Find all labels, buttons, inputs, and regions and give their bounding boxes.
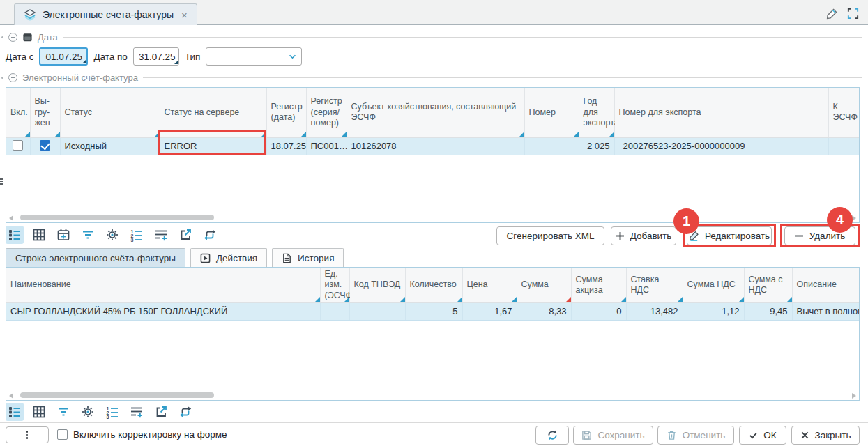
col-export-year[interactable]: Год для экспорта <box>579 88 614 137</box>
adjustment-checkbox-label: Включить корректировку на форме <box>73 429 227 440</box>
price-cell: 1,67 <box>462 302 517 320</box>
number-cell <box>524 137 579 155</box>
add-rows-icon[interactable] <box>128 403 146 421</box>
grid-view-icon[interactable] <box>30 226 48 244</box>
invoice-group-label: Электронный счёт-фактура <box>22 72 138 83</box>
col-unit[interactable]: Ед. изм. (ЭСЧФ) <box>320 268 349 302</box>
close-button[interactable]: Закрыть <box>791 426 860 445</box>
add-rows-icon[interactable] <box>152 226 170 244</box>
col-price[interactable]: Цена <box>462 268 517 302</box>
col-included[interactable]: Вкл. <box>6 88 30 137</box>
subject-cell: 101262078 <box>347 137 524 155</box>
scroll-right-icon[interactable] <box>852 393 856 399</box>
save-button[interactable]: Сохранить <box>573 426 653 445</box>
filter-icon[interactable] <box>79 226 97 244</box>
date-section-icon <box>22 32 33 43</box>
status-cell: Исходный <box>60 137 160 155</box>
col-export-number[interactable]: Номер для экспорта <box>614 88 828 137</box>
open-external-icon[interactable] <box>176 226 195 244</box>
tab-close-icon[interactable]: × <box>181 9 188 21</box>
gear-icon[interactable] <box>103 226 121 244</box>
uploaded-checkbox[interactable] <box>40 140 50 151</box>
collapse-icon[interactable] <box>8 33 17 42</box>
invoices-hscrollbar[interactable] <box>6 214 859 221</box>
gear-icon[interactable] <box>79 403 97 421</box>
tab-title: Электронные счета-фактуры <box>43 9 174 20</box>
description-cell[interactable]: Вычет в полном <box>792 302 860 320</box>
generate-xml-button[interactable]: Сгенерировать XML <box>496 226 604 245</box>
included-checkbox[interactable] <box>13 140 23 151</box>
filter-row: Дата с 01.07.25 Дата по 31.07.25 Тип <box>6 47 302 66</box>
calendar-icon[interactable] <box>54 226 73 244</box>
type-label: Тип <box>185 52 201 62</box>
col-quantity[interactable]: Количество <box>405 268 462 302</box>
repeat-icon[interactable] <box>176 403 195 421</box>
footer-bar: Включить корректировку на форме Сохранит… <box>0 422 868 446</box>
col-tnved[interactable]: Код ТНВЭД <box>349 268 405 302</box>
add-button[interactable]: Добавить <box>611 226 676 245</box>
col-subject[interactable]: Субъект хозяйствования, составляющий ЭСЧ… <box>347 88 524 137</box>
numbered-list-icon[interactable]: 123 <box>103 403 121 421</box>
ok-button[interactable]: ОК <box>739 426 786 445</box>
detail-table: Наименование Ед. изм. (ЭСЧФ) Код ТНВЭД К… <box>6 267 860 401</box>
list-view-icon[interactable] <box>6 226 24 244</box>
filter-icon[interactable] <box>54 403 73 421</box>
detail-row[interactable]: СЫР ГОЛЛАНДСКИЙ 45% РБ 150Г ГОЛЛАНДСКИЙ … <box>6 302 860 320</box>
col-name[interactable]: Наименование <box>6 268 320 302</box>
trash-icon <box>667 430 677 440</box>
date-from-input[interactable]: 01.07.25 <box>39 47 88 66</box>
col-excise[interactable]: Сумма акциза <box>571 268 626 302</box>
col-register-date[interactable]: Регистр (дата) <box>266 88 306 137</box>
invoices-toolbar: 123 <box>6 226 219 244</box>
col-amount[interactable]: Сумма <box>517 268 571 302</box>
adjustment-checkbox[interactable] <box>57 429 68 440</box>
type-select[interactable] <box>206 47 302 66</box>
repeat-icon[interactable] <box>201 226 219 244</box>
tab-invoice-line[interactable]: Строка электронного счёта-фактуры <box>6 248 185 267</box>
close-icon <box>800 431 809 440</box>
detail-hscrollbar[interactable] <box>6 392 859 399</box>
col-status[interactable]: Статус <box>60 88 160 137</box>
cancel-button[interactable]: Отменить <box>657 426 734 445</box>
excise-cell: 0 <box>571 302 626 320</box>
more-options-button[interactable] <box>6 426 49 443</box>
document-tabbar: Электронные счета-фактуры × <box>0 0 868 25</box>
tab-actions[interactable]: Действия <box>190 248 267 267</box>
error-annotation-box <box>158 130 266 155</box>
date-group-header: Дата <box>0 31 868 43</box>
to-eschf-cell <box>828 137 860 155</box>
vat-amount-cell: 1,12 <box>683 302 744 320</box>
numbered-list-icon[interactable]: 123 <box>128 226 146 244</box>
refresh-button[interactable] <box>535 426 569 445</box>
splitter-handle[interactable] <box>0 178 5 185</box>
edit-form-icon[interactable] <box>825 7 839 20</box>
col-vat-rate[interactable]: Ставка НДС <box>626 268 683 302</box>
col-vat-amount[interactable]: Сумма НДС <box>683 268 744 302</box>
refresh-icon <box>547 429 558 441</box>
col-register-series[interactable]: Регистр (серия/номер) <box>306 88 347 137</box>
col-uploaded[interactable]: Вы-гру-жен <box>30 88 60 137</box>
scroll-left-icon[interactable] <box>9 393 13 399</box>
invoices-table: Вкл. Вы-гру-жен Статус Статус на сервере… <box>6 87 860 223</box>
play-square-icon <box>200 253 211 263</box>
invoice-row[interactable]: Исходный ERROR 18.07.25 ПС001… 101262078… <box>6 137 860 155</box>
plus-icon <box>616 231 625 240</box>
collapse-icon[interactable] <box>8 73 17 82</box>
quantity-cell: 5 <box>405 302 462 320</box>
annotation-badge-4: 4 <box>827 207 853 233</box>
date-to-input[interactable]: 31.07.25 <box>133 47 179 66</box>
amount-with-vat-cell: 9,45 <box>744 302 792 320</box>
amount-cell: 8,33 <box>517 302 571 320</box>
col-number[interactable]: Номер <box>524 88 579 137</box>
grid-view-icon[interactable] <box>30 403 48 421</box>
col-description[interactable]: Описание <box>792 268 860 302</box>
fullscreen-icon[interactable] <box>846 7 860 20</box>
list-view-icon[interactable] <box>6 403 24 421</box>
col-to-eschf[interactable]: К ЭСЧФ <box>828 88 860 137</box>
open-external-icon[interactable] <box>152 403 170 421</box>
invoices-grid: Вкл. Вы-гру-жен Статус Статус на сервере… <box>6 88 860 155</box>
tab-electronic-invoices[interactable]: Электронные счета-фактуры × <box>14 3 197 25</box>
col-amount-with-vat[interactable]: Сумма с НДС <box>744 268 792 302</box>
tab-history[interactable]: История <box>272 248 344 267</box>
scroll-left-icon[interactable] <box>9 215 13 221</box>
